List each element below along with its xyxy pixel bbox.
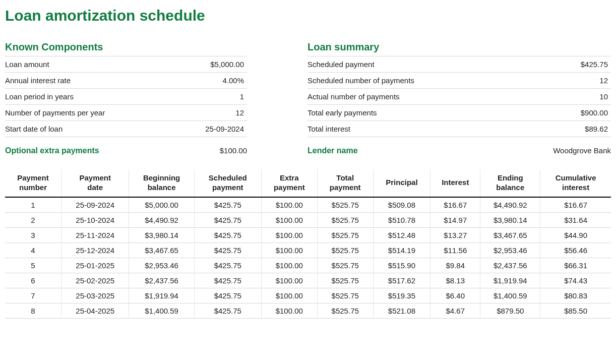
schedule-cell: 4 xyxy=(5,242,61,258)
summary-label: Total early payments xyxy=(307,105,544,121)
lender-name-value: Woodgrove Bank xyxy=(553,146,611,155)
known-label: Loan period in years xyxy=(5,89,176,105)
col-cumulative-interest: Cumulativeinterest xyxy=(540,169,611,197)
schedule-cell: 25-12-2024 xyxy=(61,242,129,258)
schedule-cell: $525.75 xyxy=(317,273,373,288)
loan-summary-heading: Loan summary xyxy=(307,41,611,53)
optional-extra-value: $100.00 xyxy=(220,146,247,155)
schedule-row: 825-04-2025$1,400.59$425.75$100.00$525.7… xyxy=(5,303,611,318)
schedule-cell: 25-02-2025 xyxy=(61,273,129,288)
schedule-cell: $100.00 xyxy=(261,303,317,318)
schedule-cell: $3,467.65 xyxy=(480,227,540,242)
summary-label: Scheduled number of payments xyxy=(307,73,544,89)
summary-row: Scheduled payment $425.75 xyxy=(307,56,611,73)
schedule-row: 325-11-2024$3,980.14$425.75$100.00$525.7… xyxy=(5,227,611,242)
schedule-cell: $100.00 xyxy=(261,227,317,242)
schedule-cell: $66.31 xyxy=(540,258,611,273)
schedule-cell: $525.75 xyxy=(317,242,373,258)
known-value: $5,000.00 xyxy=(176,56,247,73)
schedule-cell: $11.56 xyxy=(430,242,480,258)
schedule-cell: $425.75 xyxy=(194,197,261,213)
schedule-cell: $74.43 xyxy=(540,273,611,288)
schedule-cell: $1,919.94 xyxy=(480,273,540,288)
known-label: Number of payments per year xyxy=(5,105,176,121)
schedule-cell: $6.40 xyxy=(430,288,480,303)
schedule-cell: $515.90 xyxy=(373,258,430,273)
schedule-cell: $100.00 xyxy=(261,212,317,227)
schedule-cell: $44.90 xyxy=(540,227,611,242)
schedule-row: 125-09-2024$5,000.00$425.75$100.00$525.7… xyxy=(5,197,611,213)
schedule-cell: 25-01-2025 xyxy=(61,258,129,273)
schedule-cell: $525.75 xyxy=(317,212,373,227)
summary-value: $89.62 xyxy=(544,121,611,137)
known-row: Loan amount $5,000.00 xyxy=(5,56,247,73)
summary-row: Actual number of payments 10 xyxy=(307,89,611,105)
schedule-cell: $525.75 xyxy=(317,288,373,303)
col-total-payment: Totalpayment xyxy=(317,169,373,197)
schedule-cell: $4.67 xyxy=(430,303,480,318)
summary-label: Total interest xyxy=(307,121,544,137)
schedule-cell: $1,400.59 xyxy=(129,303,194,318)
known-label: Loan amount xyxy=(5,56,176,73)
schedule-table: Paymentnumber Paymentdate Beginningbalan… xyxy=(5,169,611,319)
schedule-cell: $2,437.56 xyxy=(480,258,540,273)
schedule-cell: $1,919.94 xyxy=(129,288,194,303)
schedule-cell: $9.84 xyxy=(430,258,480,273)
schedule-cell: $510.78 xyxy=(373,212,430,227)
known-row: Number of payments per year 12 xyxy=(5,105,247,121)
schedule-row: 225-10-2024$4,490.92$425.75$100.00$525.7… xyxy=(5,212,611,227)
known-row: Loan period in years 1 xyxy=(5,89,247,105)
schedule-header-row: Paymentnumber Paymentdate Beginningbalan… xyxy=(5,169,611,197)
known-value: 12 xyxy=(176,105,247,121)
col-principal: Principal xyxy=(373,169,430,197)
schedule-cell: 1 xyxy=(5,197,61,213)
known-components-heading: Known Components xyxy=(5,41,247,53)
col-scheduled-payment: Scheduledpayment xyxy=(194,169,261,197)
schedule-cell: $521.08 xyxy=(373,303,430,318)
schedule-cell: $2,953.46 xyxy=(480,242,540,258)
schedule-cell: $4,490.92 xyxy=(129,212,194,227)
schedule-cell: $425.75 xyxy=(194,288,261,303)
schedule-cell: $2,437.56 xyxy=(129,273,194,288)
schedule-cell: 25-10-2024 xyxy=(61,212,129,227)
schedule-cell: 25-11-2024 xyxy=(61,227,129,242)
col-interest: Interest xyxy=(430,169,480,197)
schedule-cell: $5,000.00 xyxy=(129,197,194,213)
schedule-cell: 2 xyxy=(5,212,61,227)
schedule-cell: 25-04-2025 xyxy=(61,303,129,318)
schedule-cell: 6 xyxy=(5,273,61,288)
lender-name-label: Lender name xyxy=(307,146,358,155)
schedule-cell: $517.62 xyxy=(373,273,430,288)
schedule-cell: $3,980.14 xyxy=(129,227,194,242)
summary-row: Scheduled number of payments 12 xyxy=(307,73,611,89)
schedule-cell: $100.00 xyxy=(261,197,317,213)
summary-label: Scheduled payment xyxy=(307,56,544,73)
schedule-cell: 3 xyxy=(5,227,61,242)
schedule-cell: $31.64 xyxy=(540,212,611,227)
known-components-table: Loan amount $5,000.00 Annual interest ra… xyxy=(5,56,247,137)
schedule-cell: $519.35 xyxy=(373,288,430,303)
schedule-cell: $80.83 xyxy=(540,288,611,303)
schedule-cell: $3,980.14 xyxy=(480,212,540,227)
schedule-cell: $100.00 xyxy=(261,288,317,303)
schedule-row: 625-02-2025$2,437.56$425.75$100.00$525.7… xyxy=(5,273,611,288)
schedule-cell: 7 xyxy=(5,288,61,303)
schedule-cell: $879.50 xyxy=(480,303,540,318)
known-value: 4.00% xyxy=(176,73,247,89)
known-value: 25-09-2024 xyxy=(176,121,247,137)
known-label: Start date of loan xyxy=(5,121,176,137)
summary-row: Total interest $89.62 xyxy=(307,121,611,137)
schedule-cell: $512.48 xyxy=(373,227,430,242)
schedule-cell: $1,400.59 xyxy=(480,288,540,303)
schedule-cell: $525.75 xyxy=(317,227,373,242)
schedule-cell: $425.75 xyxy=(194,242,261,258)
schedule-cell: $4,490.92 xyxy=(480,197,540,213)
schedule-cell: $525.75 xyxy=(317,303,373,318)
schedule-cell: $16.67 xyxy=(430,197,480,213)
loan-summary-table: Scheduled payment $425.75 Scheduled numb… xyxy=(307,56,611,137)
amortization-schedule: Paymentnumber Paymentdate Beginningbalan… xyxy=(5,169,611,319)
schedule-cell: $509.08 xyxy=(373,197,430,213)
summary-value: $425.75 xyxy=(544,56,611,73)
schedule-cell: $100.00 xyxy=(261,258,317,273)
schedule-cell: $425.75 xyxy=(194,212,261,227)
